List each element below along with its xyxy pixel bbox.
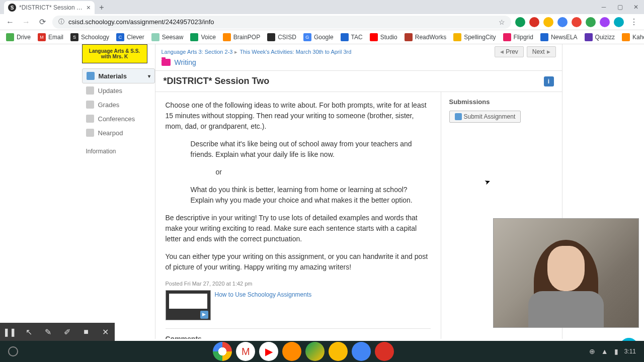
bookmark-item[interactable]: Kahoot — [622, 33, 644, 41]
posted-timestamp: Posted Fri Mar 27, 2020 at 1:42 pm — [166, 280, 431, 288]
wifi-icon: ▲ — [601, 347, 608, 355]
extension-icon[interactable] — [586, 17, 596, 27]
bookmark-item[interactable]: GGoogle — [303, 33, 334, 41]
folder-link[interactable]: Writing — [175, 58, 196, 66]
bookmark-item[interactable]: Flipgrid — [503, 33, 533, 41]
prev-button[interactable]: ◀Prev — [495, 46, 524, 57]
next-button[interactable]: Next▶ — [527, 46, 556, 57]
bm-icon — [370, 33, 378, 41]
bm-icon: S — [70, 33, 78, 41]
bm-icon — [585, 33, 593, 41]
video-thumbnail[interactable] — [166, 290, 211, 320]
bm-icon — [503, 33, 511, 41]
bookmark-item[interactable]: Quizizz — [585, 33, 615, 41]
extension-icon[interactable] — [600, 17, 610, 27]
sidebar-item-grades[interactable]: Grades — [82, 98, 155, 112]
extension-icon[interactable] — [515, 17, 525, 27]
youtube-app-icon[interactable]: ▶ — [259, 342, 278, 361]
extension-icon[interactable] — [572, 17, 582, 27]
forward-button[interactable]: → — [20, 16, 32, 28]
bm-icon — [622, 33, 630, 41]
bm-icon: G — [303, 33, 311, 41]
sidebar-item-conferences[interactable]: Conferences — [82, 112, 155, 126]
folder-row: Writing — [155, 57, 562, 70]
bookmark-star-icon[interactable]: ☆ — [499, 18, 505, 26]
attachment-link[interactable]: How to Use Schoology Assignments — [215, 290, 312, 299]
screencast-toolbar: ❚❚ ↖ ✎ ✐ ■ ✕ — [0, 323, 115, 341]
drive-app-icon[interactable] — [305, 342, 325, 361]
bookmark-item[interactable]: NewsELA — [540, 33, 578, 41]
gmail-app-icon[interactable]: M — [236, 342, 255, 361]
breadcrumb-course[interactable]: Language Arts 3: Section 2-3 — [162, 49, 233, 55]
sidebar-item-materials[interactable]: Materials ▾ — [82, 68, 155, 83]
sidebar-item-updates[interactable]: Updates — [82, 83, 155, 98]
cursor-icon[interactable]: ↖ — [19, 323, 38, 341]
tab-favicon-icon: S — [8, 4, 16, 12]
bm-icon — [453, 33, 461, 41]
chrome-app-icon[interactable] — [213, 342, 232, 361]
camera-icon[interactable]: ■ — [76, 323, 96, 341]
webcam-overlay[interactable] — [493, 218, 639, 328]
folder-icon — [162, 59, 171, 66]
launcher-icon[interactable] — [8, 346, 18, 356]
chevron-down-icon: ▾ — [148, 73, 150, 79]
sidebar-item-nearpod[interactable]: Nearpod — [82, 126, 155, 140]
submissions-header: Submissions — [449, 98, 554, 106]
bookmark-item[interactable]: Drive — [6, 33, 31, 41]
system-tray[interactable]: ⊕ ▲ ▮ 3:11 — [589, 347, 636, 355]
app-icon[interactable] — [375, 342, 394, 361]
page-title: *DISTRICT* Session Two — [164, 76, 270, 86]
bookmark-item[interactable]: SSchoology — [70, 33, 109, 41]
course-banner[interactable]: Language Arts & S.S. with Mrs. K — [82, 44, 147, 63]
reload-button[interactable]: ⟳ — [36, 16, 48, 28]
files-app-icon[interactable] — [352, 342, 371, 361]
extension-icon[interactable] — [557, 17, 568, 27]
bookmark-item[interactable]: Voice — [190, 33, 215, 41]
os-shelf: M ▶ ⊕ ▲ ▮ 3:11 — [0, 341, 644, 362]
bookmark-item[interactable]: TAC — [341, 33, 363, 41]
close-window-icon[interactable]: ✕ — [628, 0, 644, 14]
bm-icon — [223, 33, 231, 41]
pause-icon[interactable]: ❚❚ — [0, 323, 19, 341]
bookmark-item[interactable]: ReadWorks — [405, 33, 446, 41]
browser-titlebar: S *DISTRICT* Session Two | Scho × + ─ ▢ … — [0, 0, 644, 14]
body-para: Be descriptive in your writing! Try to u… — [166, 213, 431, 244]
breadcrumb-week[interactable]: This Week's Activities: March 30th to Ap… — [239, 49, 351, 55]
window-controls: ─ ▢ ✕ — [596, 0, 644, 14]
chrome-menu-icon[interactable]: ⋮ — [628, 17, 640, 27]
maximize-icon[interactable]: ▢ — [612, 0, 628, 14]
bookmark-item[interactable]: SpellingCity — [453, 33, 496, 41]
pen-icon[interactable]: ✎ — [38, 323, 57, 341]
site-info-icon[interactable]: ⓘ — [58, 18, 64, 26]
minimize-icon[interactable]: ─ — [596, 0, 612, 14]
battery-icon: ▮ — [614, 347, 618, 355]
bookmark-item[interactable]: BrainPOP — [223, 33, 260, 41]
browser-toolbar: ← → ⟳ ⓘ csisd.schoology.com/assignment/2… — [0, 14, 644, 30]
highlighter-icon[interactable]: ✐ — [57, 323, 76, 341]
info-button-icon[interactable]: i — [544, 76, 554, 86]
sidebar-menu: Materials ▾ Updates Grades Conferences N… — [82, 68, 155, 140]
browser-tab[interactable]: S *DISTRICT* Session Two | Scho × — [4, 1, 95, 14]
extension-icon[interactable] — [614, 17, 624, 27]
extension-icon[interactable] — [529, 17, 539, 27]
back-button[interactable]: ← — [4, 16, 16, 28]
bookmark-item[interactable]: Studio — [370, 33, 397, 41]
tab-close-icon[interactable]: × — [87, 4, 91, 12]
add-icon[interactable]: ⊕ — [589, 347, 595, 355]
bookmark-item[interactable]: CSISD — [267, 33, 296, 41]
breadcrumb: Language Arts 3: Section 2-3 ▸ This Week… — [162, 49, 352, 55]
address-bar[interactable]: ⓘ csisd.schoology.com/assignment/2424957… — [52, 16, 511, 29]
close-toolbar-icon[interactable]: ✕ — [96, 323, 115, 341]
course-sidebar: Language Arts & S.S. with Mrs. K Materia… — [82, 44, 155, 339]
keep-app-icon[interactable] — [329, 342, 348, 361]
app-icon[interactable] — [282, 342, 301, 361]
bm-icon: M — [38, 33, 46, 41]
bookmark-item[interactable]: MEmail — [38, 33, 63, 41]
submit-assignment-button[interactable]: Submit Assignment — [449, 111, 521, 123]
extension-icon[interactable] — [543, 17, 553, 27]
sidebar-information[interactable]: Information — [82, 144, 155, 159]
bookmark-item[interactable]: CClever — [116, 33, 144, 41]
bm-icon — [405, 33, 413, 41]
new-tab-button[interactable]: + — [95, 1, 109, 14]
bookmark-item[interactable]: Seesaw — [151, 33, 184, 41]
